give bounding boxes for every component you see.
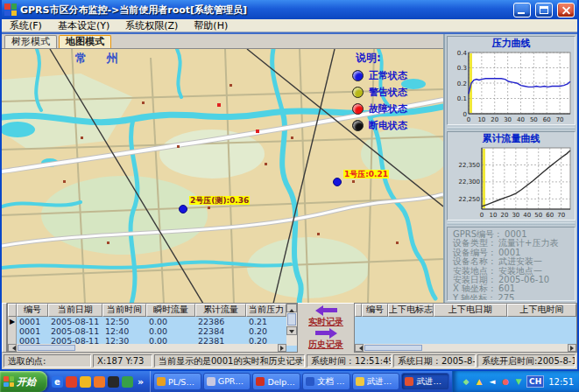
minimize-button[interactable] (513, 3, 531, 18)
menu-item[interactable]: 系统权限(Z) (117, 19, 186, 32)
column-header[interactable]: 当前日期 (48, 304, 102, 317)
column-header[interactable]: 编号 (362, 304, 388, 317)
tray-icon[interactable]: ▼ (513, 376, 524, 387)
column-header[interactable]: 上下电标志 (388, 304, 434, 317)
city-label: 常 州 (75, 51, 126, 66)
scroll-thumb[interactable] (287, 313, 296, 326)
status-dot-icon (352, 103, 364, 115)
svg-text:30: 30 (504, 116, 512, 123)
quick-launch-icon[interactable]: e (52, 376, 63, 388)
tray-icon[interactable]: ▲ (474, 376, 484, 387)
svg-text:20: 20 (500, 212, 508, 219)
column-header[interactable]: 上下电时间 (507, 304, 576, 317)
vertical-scrollbar[interactable] (286, 304, 297, 346)
column-header[interactable]: 当前压力 (246, 304, 286, 317)
row-indicator-header (8, 304, 17, 317)
system-time: 系统时间：12:51:49 (307, 354, 392, 368)
task-button[interactable]: PL/SQL Dev... (153, 373, 201, 390)
scroll-thumb[interactable] (364, 345, 422, 351)
task-icon (256, 377, 265, 386)
power-table-header: 编号 上下电标志 上下电日期 上下电时间 (355, 304, 576, 317)
records-section: 编号 当前日期 当前时间 瞬时流量 累计流量 当前压力 ▶ (2, 303, 577, 353)
scroll-left-icon[interactable] (8, 344, 17, 352)
mode-tab[interactable]: 树形模式 (4, 35, 57, 48)
restore-button[interactable] (535, 3, 553, 18)
city-map[interactable]: 常 州 说明: 正常状态 警告状态 (2, 48, 443, 303)
column-header[interactable]: 累计流量 (195, 304, 246, 317)
realtime-arrow-icon[interactable] (315, 304, 337, 316)
system-start-time: 系统开启时间:2005-8-11 : 12:49:59 (477, 354, 575, 368)
menu-item[interactable]: 基本设定(Y) (50, 19, 117, 32)
overflow-chevron-icon[interactable]: » (136, 376, 145, 388)
legend-item: 警告状态 (342, 84, 441, 101)
start-button[interactable]: 开始 (0, 371, 47, 392)
scroll-right-icon[interactable] (278, 344, 286, 352)
horizontal-scrollbar[interactable] (8, 344, 286, 352)
scroll-left-icon[interactable] (355, 344, 364, 352)
svg-text:70: 70 (557, 212, 565, 219)
mode-tab[interactable]: 地图模式 (59, 35, 111, 48)
window-title: GPRS市区分布监控->当前使用者root[系统管理员] (20, 4, 509, 17)
pressure-chart: 00.10.20.30.4010203040506070 (448, 49, 575, 124)
task-button[interactable]: 文档 1 - Mic... (302, 373, 350, 390)
task-button[interactable]: Delphi 6 (252, 373, 300, 390)
system-date: 系统日期：2005-8-11 (393, 354, 476, 368)
svg-text:50: 50 (534, 212, 542, 219)
table-row[interactable]: 0001 2005-08-11 12:40 0.00 22384 0.20 (8, 326, 297, 336)
tray-icon[interactable]: ◆ (461, 376, 471, 387)
windows-flag-icon (4, 376, 14, 387)
table-row[interactable]: ▶ 0001 2005-08-11 12:50 0.00 22386 0.21 (8, 317, 297, 326)
status-dot-icon (352, 87, 364, 98)
history-arrow-icon[interactable] (315, 327, 337, 339)
task-button[interactable]: GPRS部分.... (203, 373, 251, 390)
system-tray: ◆ ▲ ◄ ● ▼ CH 12:51 (452, 371, 579, 392)
menu-item[interactable]: 系统(F) (2, 19, 50, 32)
tray-icon[interactable]: ● (500, 376, 511, 387)
task-button[interactable]: 武进xqprs (352, 373, 400, 390)
task-button[interactable]: 武进GPRS... (401, 373, 449, 390)
svg-text:22,300: 22,300 (459, 178, 481, 186)
history-records-button[interactable]: 历史记录 (308, 339, 343, 350)
language-indicator[interactable]: CH (526, 375, 544, 388)
scroll-down-icon[interactable] (286, 326, 297, 335)
status-bar: 选取的点: X:187 Y:73 当前显示的是0001的实时和历史记录情况! 系… (2, 353, 577, 368)
taskbar: 开始 e » PL/SQL Dev... GPRS部分.... (0, 371, 579, 392)
svg-text:70: 70 (556, 116, 564, 123)
flow-chart-title: 累计流量曲线 (448, 133, 574, 144)
close-button[interactable] (557, 3, 575, 18)
column-header[interactable]: 当前时间 (102, 304, 146, 317)
scroll-thumb[interactable] (18, 345, 75, 351)
main-area: 树形模式 地图模式 (2, 32, 577, 353)
realtime-records-button[interactable]: 实时记录 (308, 316, 343, 327)
legend-item: 断电状态 (342, 117, 441, 134)
legend-item: 正常状态 (342, 67, 441, 84)
scroll-right-icon[interactable] (568, 344, 576, 352)
svg-text:0.1: 0.1 (457, 95, 467, 102)
titlebar[interactable]: GPRS市区分布监控->当前使用者root[系统管理员] (2, 0, 577, 19)
map-legend: 说明: 正常状态 警告状态 故 (342, 51, 441, 134)
quick-launch-icon[interactable] (108, 376, 119, 388)
marker-dot-icon[interactable] (179, 205, 187, 214)
quick-launch-icon[interactable] (66, 376, 77, 388)
map-column: 树形模式 地图模式 (2, 34, 443, 303)
clock: 12:51 (548, 377, 574, 387)
tray-icon[interactable]: ◄ (487, 376, 498, 387)
quick-launch-icon[interactable] (122, 376, 133, 388)
svg-text:0: 0 (480, 212, 484, 219)
legend-title: 说明: (356, 51, 441, 66)
quick-launch-icon[interactable] (94, 376, 105, 388)
marker-dot-icon[interactable] (333, 178, 342, 186)
row-indicator: ▶ (8, 317, 17, 326)
realtime-table: 编号 当前日期 当前时间 瞬时流量 累计流量 当前压力 ▶ (7, 303, 298, 353)
menu-item[interactable]: 帮助(H) (186, 19, 236, 32)
scroll-up-icon[interactable] (286, 304, 297, 312)
column-header[interactable]: 编号 (17, 304, 48, 317)
svg-text:10: 10 (489, 212, 497, 219)
quick-launch-icon[interactable] (80, 376, 91, 388)
quick-launch: e » (47, 371, 151, 392)
column-header[interactable]: 瞬时流量 (146, 304, 195, 317)
svg-text:0.3: 0.3 (457, 65, 467, 72)
svg-text:22,250: 22,250 (459, 196, 481, 203)
horizontal-scrollbar[interactable] (355, 344, 576, 352)
column-header[interactable]: 上下电日期 (434, 304, 507, 317)
